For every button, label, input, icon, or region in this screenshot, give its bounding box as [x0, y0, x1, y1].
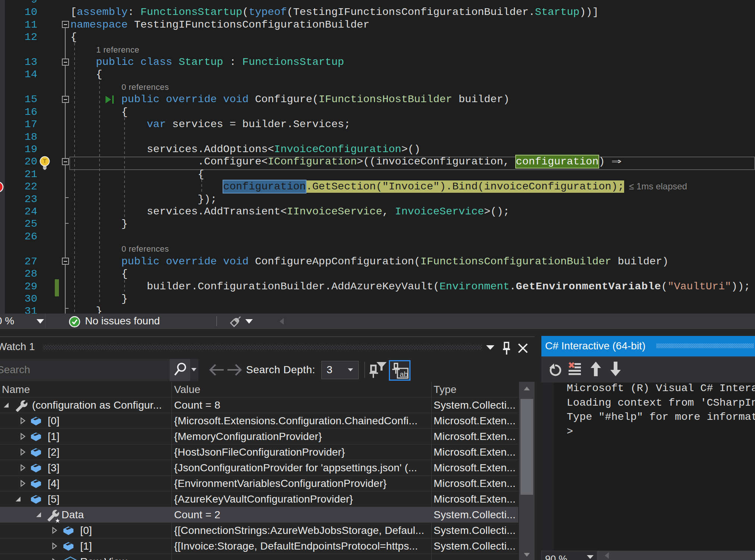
svg-text:ab: ab: [400, 370, 408, 378]
